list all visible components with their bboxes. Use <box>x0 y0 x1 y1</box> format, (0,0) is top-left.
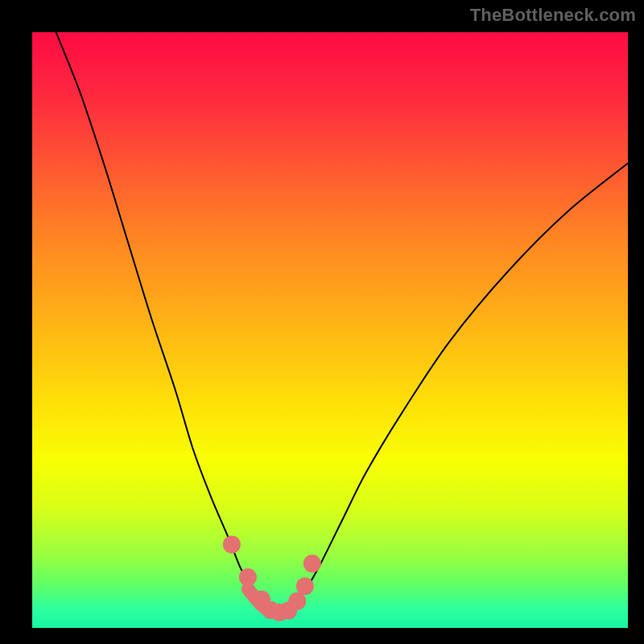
curve-svg <box>32 32 628 628</box>
highlight-dot <box>303 555 321 572</box>
highlight-dot <box>296 577 314 595</box>
plot-area <box>32 32 628 628</box>
bottleneck-curve <box>56 32 628 616</box>
chart-frame: TheBottleneck.com <box>0 0 644 644</box>
watermark-text: TheBottleneck.com <box>470 5 636 26</box>
highlight-dot <box>239 568 257 586</box>
highlight-dot <box>223 535 241 553</box>
dot-group <box>223 535 321 621</box>
